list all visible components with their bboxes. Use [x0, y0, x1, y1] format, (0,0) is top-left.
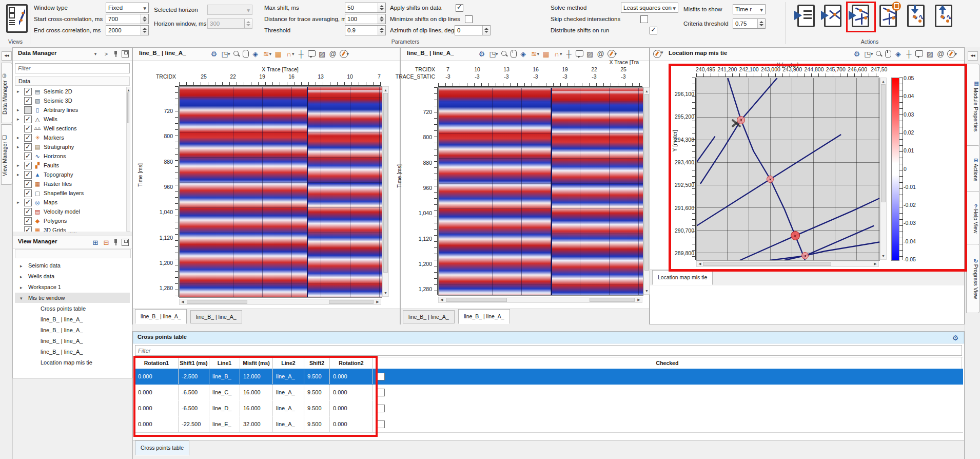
horizon-window-input[interactable]: 300	[207, 18, 252, 29]
dock-tab-module-properties[interactable]: ▦Module Properties	[966, 64, 979, 147]
float-window-icon[interactable]	[122, 239, 129, 246]
item-checkbox[interactable]	[24, 199, 32, 206]
item-checkbox[interactable]	[24, 88, 32, 95]
item-checkbox[interactable]	[24, 97, 32, 105]
item-checkbox[interactable]	[24, 208, 32, 216]
tree-item-arbitrary-lines[interactable]: ▸▯Arbitrary lines	[15, 105, 126, 114]
apply-shifts-checkbox[interactable]	[456, 4, 463, 12]
misfits-dropdown[interactable]: Time r	[733, 4, 766, 14]
import-shifts-button[interactable]: ∿∿	[904, 4, 926, 27]
crosshair-pick-icon[interactable]: ┼	[565, 50, 573, 58]
mouse-pan-icon[interactable]	[885, 50, 891, 58]
views-group-icon[interactable]	[6, 4, 28, 33]
expand-arrow-icon[interactable]: ▸	[17, 87, 19, 96]
skip-checked-checkbox[interactable]	[640, 15, 648, 23]
row-checked-checkbox[interactable]	[377, 405, 385, 412]
vertical-scrollbar[interactable]: ▲▼	[382, 86, 389, 297]
seismic-section-plot[interactable]	[179, 86, 382, 298]
expand-arrow-icon[interactable]: ▸	[20, 272, 23, 282]
zoom-search-icon[interactable]	[501, 50, 508, 58]
expand-arrow-icon[interactable]: ▸	[20, 261, 23, 271]
comment-bubble-icon[interactable]	[576, 50, 583, 56]
tree-item-well-sections[interactable]: △△Well sections	[15, 124, 126, 133]
add-view-icon[interactable]: ⊞	[91, 238, 100, 246]
settings-gear-icon[interactable]: ⚙	[478, 50, 486, 58]
tree-item-wells[interactable]: ▸△Wells	[15, 114, 126, 124]
data-tree-column-header[interactable]: Data	[15, 76, 130, 86]
tree-item-seismic-3d[interactable]: ▧Seismic 3D	[15, 96, 126, 105]
tree-item-seismic-2d[interactable]: ▸▤Seismic 2D	[15, 87, 126, 96]
expand-arrow-icon[interactable]: ▸	[17, 114, 19, 124]
start-cc-input[interactable]: 700	[106, 14, 149, 24]
image-export-icon[interactable]: ▨	[926, 50, 934, 58]
view-tree-item-location-map-mis-tie[interactable]: Location map mis tie	[15, 357, 130, 368]
chevron-down-icon[interactable]: ▾	[292, 51, 295, 56]
dock-tab-data-manager[interactable]: Data Manager⛁	[1, 63, 12, 123]
expand-arrow-icon[interactable]: ▸	[17, 161, 19, 170]
chevron-down-icon[interactable]: ▾	[496, 51, 498, 56]
dock-tab-progress-view[interactable]: ↻Progress View	[966, 244, 979, 313]
row-checked-checkbox[interactable]	[377, 373, 385, 380]
image-export-icon[interactable]: ▨	[318, 50, 326, 58]
chevron-down-icon[interactable]: ▾	[560, 51, 562, 56]
dock-tab-view-manager[interactable]: View Manager❏	[1, 124, 12, 185]
zoom-search-icon[interactable]	[233, 50, 240, 58]
pin-icon[interactable]	[113, 50, 119, 58]
tree-item-shapefile-layers[interactable]: ▢Shapefile layers	[15, 188, 126, 198]
item-checkbox[interactable]	[24, 162, 32, 169]
solve-method-dropdown[interactable]: Least squares con	[621, 3, 678, 13]
crosshair-pick-icon[interactable]: ┼	[905, 50, 913, 58]
compass-orient-icon[interactable]	[653, 50, 661, 58]
view-tree-item-mis-tie-window[interactable]: ▾Mis tie window	[15, 293, 130, 303]
expand-arrow-icon[interactable]: ▸	[17, 142, 19, 151]
item-checkbox[interactable]	[24, 189, 32, 197]
tree-item-topography[interactable]: ▸▲Topography	[15, 170, 126, 179]
pin-icon[interactable]	[113, 239, 119, 246]
window-type-dropdown[interactable]: Fixed	[106, 3, 149, 13]
view-tree-item-wells-data[interactable]: ▸Wells data	[15, 271, 130, 281]
crosshair-pick-icon[interactable]: ┼	[297, 50, 305, 58]
tab-location-map[interactable]: Location map mis tie	[652, 270, 713, 285]
comment-bubble-icon[interactable]	[308, 50, 316, 56]
view-tree-item-cross-points-table[interactable]: Cross points table	[15, 303, 130, 314]
data-tree-scrollbar[interactable]: ▲	[126, 87, 130, 232]
tree-item-faults[interactable]: ▸▞Faults	[15, 161, 126, 170]
dock-tab-help-view[interactable]: ?Help View	[966, 191, 979, 246]
distance-averaging-input[interactable]: 100	[345, 14, 386, 24]
selected-horizon-dropdown[interactable]	[207, 5, 252, 15]
float-window-icon[interactable]	[122, 50, 129, 58]
tree-item-raster-files[interactable]: ▦Raster files	[15, 179, 126, 188]
table-grid-icon[interactable]: ▦	[542, 50, 550, 58]
azimuth-input[interactable]: 0	[455, 25, 491, 35]
criteria-threshold-input[interactable]: 0.75	[733, 18, 766, 29]
threshold-input[interactable]: 0.9	[345, 25, 386, 35]
panel-splitter[interactable]: ⋯⋯	[13, 232, 132, 236]
collapse-arrow-icon[interactable]: ▾	[20, 293, 23, 303]
row-checked-checkbox[interactable]	[377, 389, 385, 396]
settings-gear-icon[interactable]: ⚙	[210, 50, 218, 58]
zoom-search-icon[interactable]	[875, 50, 883, 58]
remove-view-icon[interactable]: ⊟	[102, 238, 110, 246]
image-export-icon[interactable]: ▨	[586, 50, 594, 58]
max-shift-input[interactable]: 50	[345, 3, 386, 13]
compass-orient-icon[interactable]	[947, 50, 955, 58]
horizontal-scrollbar[interactable]: ◀▶	[438, 297, 642, 303]
tree-item-maps[interactable]: ▸◎Maps	[15, 198, 126, 207]
item-checkbox[interactable]	[24, 143, 32, 151]
settings-gear-icon[interactable]: ⚙	[853, 50, 861, 58]
expand-arrow-icon[interactable]: ▸	[17, 170, 19, 179]
layers-icon[interactable]: ◈	[894, 50, 902, 58]
item-checkbox[interactable]	[24, 125, 32, 132]
chevron-down-icon[interactable]: ▾	[269, 51, 272, 56]
layers-icon[interactable]: ◈	[251, 50, 260, 58]
compass-orient-icon[interactable]	[607, 50, 616, 58]
item-checkbox[interactable]	[24, 106, 32, 114]
table-grid-icon[interactable]: ▦	[274, 50, 282, 58]
tab-line-b-line-a-[interactable]: line_B_ | line_A_	[458, 309, 510, 324]
chevron-down-icon[interactable]: ▾	[537, 51, 540, 56]
expand-arrow-icon[interactable]: ▸	[20, 282, 23, 293]
chevron-down-icon[interactable]: ▾	[871, 51, 873, 56]
tree-item-velocity-model[interactable]: ▤Velocity model	[15, 207, 126, 216]
compass-orient-icon[interactable]	[340, 50, 348, 58]
export-shifts-button[interactable]: ∿∿	[932, 4, 953, 27]
